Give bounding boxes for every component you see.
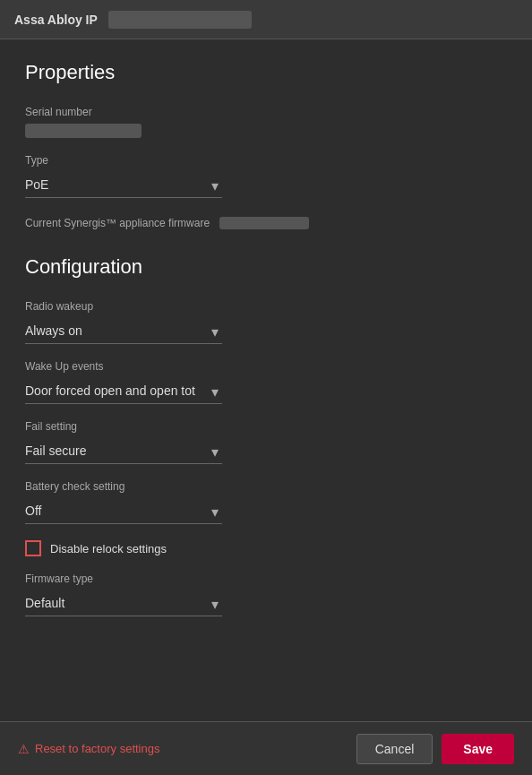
serial-number-label: Serial number: [25, 106, 507, 118]
battery-check-select-wrapper: Off On ▾: [25, 498, 222, 524]
firmware-type-select-wrapper: Default Custom ▾: [25, 590, 222, 616]
serial-number-value: [25, 124, 142, 138]
save-button[interactable]: Save: [442, 734, 514, 764]
wake-up-events-label: Wake Up events: [25, 360, 507, 373]
wake-up-events-select[interactable]: Door forced open and open tot None: [25, 378, 222, 404]
action-buttons: Cancel Save: [356, 734, 514, 764]
fail-setting-group: Fail setting Fail secure Fail safe ▾: [25, 420, 507, 464]
reset-factory-label: Reset to factory settings: [35, 742, 159, 755]
type-select-wrapper: PoE Non-PoE ▾: [25, 172, 222, 198]
radio-wakeup-label: Radio wakeup: [25, 300, 507, 313]
top-bar: Assa Abloy IP: [0, 0, 532, 39]
bottom-bar: ⚠ Reset to factory settings Cancel Save: [0, 721, 532, 775]
battery-check-group: Battery check setting Off On ▾: [25, 480, 507, 524]
fail-setting-select[interactable]: Fail secure Fail safe: [25, 438, 222, 464]
wake-up-events-group: Wake Up events Door forced open and open…: [25, 360, 507, 404]
disable-relock-row: Disable relock settings: [25, 540, 507, 556]
disable-relock-label: Disable relock settings: [50, 542, 167, 555]
configuration-title: Configuration: [25, 255, 507, 279]
radio-wakeup-select-wrapper: Always on Off ▾: [25, 318, 222, 344]
disable-relock-checkbox[interactable]: [25, 540, 41, 556]
breadcrumb: [108, 11, 252, 29]
firmware-type-group: Firmware type Default Custom ▾: [25, 573, 507, 616]
main-content: Properties Serial number Type PoE Non-Po…: [0, 39, 532, 721]
firmware-type-select[interactable]: Default Custom: [25, 590, 222, 616]
radio-wakeup-select[interactable]: Always on Off: [25, 318, 222, 344]
properties-section: Properties Serial number Type PoE Non-Po…: [25, 61, 507, 230]
cancel-button[interactable]: Cancel: [356, 734, 433, 764]
firmware-type-label: Firmware type: [25, 573, 507, 585]
firmware-label: Current Synergis™ appliance firmware: [25, 217, 210, 229]
serial-number-group: Serial number: [25, 106, 507, 138]
wake-up-events-select-wrapper: Door forced open and open tot None ▾: [25, 378, 222, 404]
app-title: Assa Abloy IP: [14, 13, 98, 27]
fail-setting-select-wrapper: Fail secure Fail safe ▾: [25, 438, 222, 464]
properties-title: Properties: [25, 61, 507, 84]
firmware-group: Current Synergis™ appliance firmware: [25, 214, 507, 230]
configuration-section: Configuration Radio wakeup Always on Off…: [25, 255, 507, 616]
radio-wakeup-group: Radio wakeup Always on Off ▾: [25, 300, 507, 344]
warning-icon: ⚠: [18, 742, 30, 756]
battery-check-label: Battery check setting: [25, 480, 507, 493]
fail-setting-label: Fail setting: [25, 420, 507, 433]
battery-check-select[interactable]: Off On: [25, 498, 222, 524]
firmware-value: [219, 217, 309, 229]
type-group: Type PoE Non-PoE ▾: [25, 154, 507, 198]
type-select[interactable]: PoE Non-PoE: [25, 172, 222, 198]
type-label: Type: [25, 154, 507, 167]
reset-factory-link[interactable]: ⚠ Reset to factory settings: [18, 742, 159, 756]
